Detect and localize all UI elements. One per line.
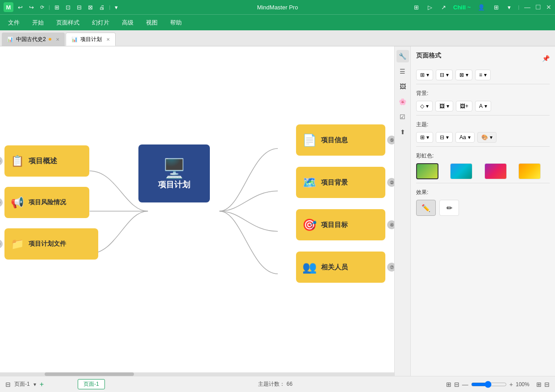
expand-btn[interactable]: ⊞ xyxy=(536,381,542,388)
menu-help[interactable]: 帮助 xyxy=(164,17,188,29)
panel-pin-icon[interactable]: 📌 xyxy=(542,55,550,62)
zoom-slider[interactable] xyxy=(471,381,507,388)
refresh-btn[interactable]: ⟳ xyxy=(38,4,46,11)
node-project-overview[interactable]: ⑤ 📋 项目概述 xyxy=(4,145,89,177)
node-circle-people: ⑦ xyxy=(387,263,394,272)
node-project-people[interactable]: ⑦ 👥 相关人员 xyxy=(296,252,385,283)
save-btn[interactable]: ⊟ xyxy=(75,3,83,12)
new-btn[interactable]: ⊞ xyxy=(53,3,61,12)
swatch-1[interactable] xyxy=(416,163,438,179)
theme-color-icon: 🎨 xyxy=(481,134,488,140)
panel-icon-format[interactable]: 🔧 xyxy=(396,50,409,62)
tab-project[interactable]: 📊 项目计划 ✕ xyxy=(66,33,116,46)
page-tabs-area: 页面-1 xyxy=(78,379,105,389)
theme-color-arrow: ▾ xyxy=(490,134,492,140)
node-icon-bg: 🗺️ xyxy=(302,176,317,190)
node-project-risk[interactable]: ② 📢 项目风险情况 xyxy=(4,187,89,218)
minimize-btn[interactable]: — xyxy=(525,4,530,10)
apps-icon[interactable]: ⊞ xyxy=(492,3,501,12)
effect-icon-2: ✏ xyxy=(447,204,452,212)
print-btn[interactable]: 🖨 xyxy=(97,3,107,12)
maximize-btn[interactable]: ☐ xyxy=(535,4,541,10)
collab-icon[interactable]: ⊞ xyxy=(412,3,421,12)
page-dropdown-arrow[interactable]: ▾ xyxy=(33,381,36,388)
menu-slideshow[interactable]: 幻灯片 xyxy=(86,17,116,29)
export-icon[interactable]: ↗ xyxy=(439,3,448,12)
layout-icon-4: ≡ xyxy=(479,72,482,78)
center-node-icon: 🖥️ xyxy=(163,157,186,179)
scroll-horizontal[interactable] xyxy=(0,372,394,376)
bg-text-btn[interactable]: A ▾ xyxy=(475,101,491,111)
bg-image2-icon: 🖼+ xyxy=(460,103,468,109)
bg-color-btn[interactable]: ◇ ▾ xyxy=(416,101,433,111)
panel-title: 页面格式 xyxy=(416,52,441,60)
layout-btn-3[interactable]: ⊠ ▾ xyxy=(455,70,472,80)
zoom-out-btn[interactable]: — xyxy=(462,381,468,388)
node-project-files[interactable]: ⑦ 📁 项目计划文件 xyxy=(4,228,98,260)
theme-font-btn[interactable]: Aa ▾ xyxy=(455,132,475,143)
layout-btn-1[interactable]: ⊞ ▾ xyxy=(416,70,433,80)
fit-icon-1[interactable]: ⊞ xyxy=(446,381,451,388)
tab-icon-2: 📊 xyxy=(71,37,78,42)
panel-icon-list[interactable]: ☰ xyxy=(396,65,409,78)
menu-file[interactable]: 文件 xyxy=(2,17,26,29)
theme-color-btn[interactable]: 🎨 ▾ xyxy=(477,132,497,143)
panel-icon-check[interactable]: ☑ xyxy=(396,111,409,123)
divider-4 xyxy=(416,183,550,183)
bg-text-arrow: ▾ xyxy=(484,103,487,109)
panel-layout-row: ⊞ ▾ ⊟ ▾ ⊠ ▾ ≡ ▾ xyxy=(416,70,550,80)
menu-page-style[interactable]: 页面样式 xyxy=(50,17,86,29)
panel-icon-clover[interactable]: 🌸 xyxy=(396,95,409,108)
export-btn[interactable]: ⊠ xyxy=(86,3,95,12)
node-project-info[interactable]: ⑤ 📄 项目信息 xyxy=(296,124,385,156)
bg-section-title: 背景: xyxy=(416,90,550,97)
menu-start[interactable]: 开始 xyxy=(26,17,50,29)
node-project-goal[interactable]: ④ 🎯 项目目标 xyxy=(296,209,385,240)
layout-btn-2[interactable]: ⊟ ▾ xyxy=(436,70,453,80)
divider-1 xyxy=(416,84,550,84)
effect-btn-1[interactable]: ✏️ xyxy=(416,200,436,216)
node-circle-risk: ② xyxy=(0,198,3,207)
menu-advanced[interactable]: 高级 xyxy=(116,17,140,29)
swatch-2[interactable] xyxy=(450,163,472,179)
effect-btn-2[interactable]: ✏ xyxy=(439,200,459,216)
swatch-4[interactable] xyxy=(518,163,541,179)
tab-close-1[interactable]: ✕ xyxy=(56,37,59,42)
theme-section-title: 主题: xyxy=(416,121,550,128)
view-icon[interactable]: ⊟ xyxy=(5,381,11,388)
zoom-level: 100% xyxy=(516,381,534,388)
close-btn[interactable]: ✕ xyxy=(546,4,551,10)
tab-zhongguo[interactable]: 📊 中国古代史2 ✕ xyxy=(2,33,65,46)
bg-image-btn[interactable]: 🖼 ▾ xyxy=(435,101,453,111)
menu-view[interactable]: 视图 xyxy=(140,17,164,29)
canvas-area[interactable]: ⑤ 📋 项目概述 ② 📢 项目风险情况 ⑦ 📁 项目计划文件 🖥️ 项目计划 ⑤… xyxy=(0,46,394,376)
center-node[interactable]: 🖥️ 项目计划 xyxy=(138,144,210,202)
tab-close-2[interactable]: ✕ xyxy=(106,37,110,42)
more-btn[interactable]: ▾ xyxy=(113,3,120,12)
page-tab-1[interactable]: 页面-1 xyxy=(78,379,105,389)
theme-layout-btn[interactable]: ⊞ ▾ xyxy=(416,132,433,143)
undo-btn[interactable]: ↩ xyxy=(16,3,25,12)
panel-icon-image[interactable]: 🖼 xyxy=(396,80,409,93)
share-icon[interactable]: ▷ xyxy=(426,3,434,12)
open-btn[interactable]: ⊡ xyxy=(64,3,72,12)
redo-btn[interactable]: ↪ xyxy=(27,3,36,12)
bg-image-icon: 🖼 xyxy=(439,103,445,109)
swatch-3[interactable] xyxy=(484,163,507,179)
layout-btn-4[interactable]: ≡ ▾ xyxy=(475,70,491,80)
node-label-risk: 项目风险情况 xyxy=(29,198,66,206)
zoom-in-btn[interactable]: + xyxy=(509,381,513,388)
menu-icon[interactable]: ▾ xyxy=(506,3,513,12)
theme-structure-btn[interactable]: ⊟ ▾ xyxy=(436,132,453,143)
add-page-btn[interactable]: + xyxy=(40,380,44,388)
collapse-btn[interactable]: ⊟ xyxy=(544,381,550,388)
theme-structure-icon: ⊟ xyxy=(440,134,444,140)
chill-button[interactable]: Chill ~ xyxy=(453,4,471,11)
theme-layout-arrow: ▾ xyxy=(426,134,429,140)
panel-icon-upload[interactable]: ⬆ xyxy=(396,126,409,138)
bg-image2-btn[interactable]: 🖼+ xyxy=(456,101,472,111)
node-project-bg[interactable]: ② 🗺️ 项目背景 xyxy=(296,167,385,198)
layout-icon-3: ⊠ xyxy=(459,72,464,78)
user-icon[interactable]: 👤 xyxy=(476,3,487,12)
fit-icon-2[interactable]: ⊟ xyxy=(454,381,459,388)
